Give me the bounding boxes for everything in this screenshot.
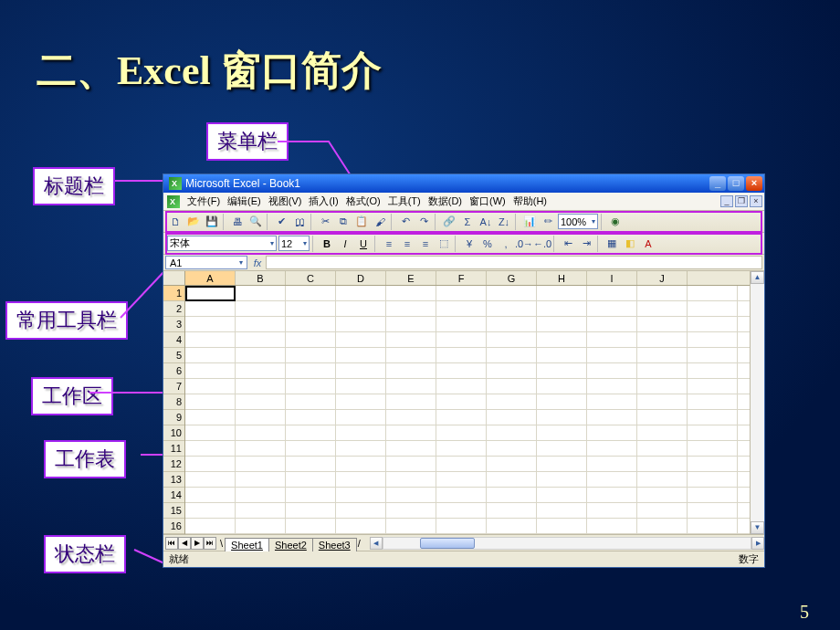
column-header[interactable]: H [537,271,587,285]
bold-button[interactable]: B [319,236,335,252]
column-header[interactable]: G [487,271,537,285]
menu-view[interactable]: 视图(V) [265,193,306,210]
vertical-scrollbar[interactable]: ▲ ▼ [750,271,764,534]
row-header[interactable]: 2 [163,301,184,317]
select-all-corner[interactable] [163,271,185,286]
scroll-right-button[interactable]: ▶ [751,537,764,550]
menu-data[interactable]: 数据(D) [425,193,466,210]
new-icon[interactable]: 🗋 [167,214,184,230]
doc-minimize-button[interactable]: _ [720,195,733,207]
hscroll-track[interactable] [383,537,751,550]
borders-icon[interactable]: ▦ [604,236,620,252]
font-color-icon[interactable]: A [640,236,656,252]
undo-icon[interactable]: ↶ [397,214,414,230]
zoom-combo[interactable]: 100%▾ [558,214,598,229]
maximize-button[interactable]: □ [728,176,744,191]
copy-icon[interactable]: ⧉ [335,214,352,230]
comma-icon[interactable]: , [498,236,514,252]
open-icon[interactable]: 📂 [185,214,202,230]
fill-color-icon[interactable]: ◧ [622,236,638,252]
column-header[interactable]: B [236,271,286,285]
font-combo[interactable]: 宋体▾ [167,236,277,251]
fx-icon[interactable]: fx [249,255,266,270]
row-header[interactable]: 4 [163,332,184,348]
menu-format[interactable]: 格式(O) [342,193,384,210]
column-header[interactable]: A [185,271,236,285]
hyperlink-icon[interactable]: 🔗 [441,214,457,230]
row-header[interactable]: 12 [163,457,184,472]
menu-insert[interactable]: 插入(I) [305,193,341,210]
row-header[interactable]: 16 [163,519,184,534]
active-cell[interactable] [185,286,236,301]
app-icon[interactable] [167,195,180,208]
help-icon[interactable]: ◉ [607,214,624,230]
menu-help[interactable]: 帮助(H) [509,193,551,210]
percent-icon[interactable]: % [479,236,496,252]
name-box[interactable]: A1▾ [165,256,247,269]
autosum-icon[interactable]: Σ [459,214,476,230]
row-header[interactable]: 3 [163,317,184,332]
chart-icon[interactable]: 📊 [521,214,538,230]
italic-button[interactable]: I [337,236,353,252]
formula-bar[interactable] [266,256,762,269]
minimize-button[interactable]: _ [709,176,726,191]
close-button[interactable]: × [746,176,762,191]
hscroll-thumb[interactable] [420,538,475,549]
row-header[interactable]: 7 [163,379,184,394]
tab-nav-last[interactable]: ⏭ [204,537,216,550]
row-header[interactable]: 11 [163,441,184,457]
sort-desc-icon[interactable]: Z↓ [496,214,512,230]
column-header[interactable]: E [386,271,436,285]
align-right-icon[interactable]: ≡ [417,236,434,252]
spellcheck-icon[interactable]: ✔ [273,214,289,230]
align-center-icon[interactable]: ≡ [399,236,415,252]
row-header[interactable]: 9 [163,410,184,425]
menu-tools[interactable]: 工具(T) [384,193,425,210]
dec-indent-icon[interactable]: ⇤ [560,236,576,252]
print-preview-icon[interactable]: 🔍 [247,214,264,230]
inc-indent-icon[interactable]: ⇥ [578,236,594,252]
column-header[interactable]: I [587,271,637,285]
align-left-icon[interactable]: ≡ [381,236,397,252]
dec-decimal-icon[interactable]: ←.0 [534,236,551,252]
cut-icon[interactable]: ✂ [317,214,333,230]
row-header[interactable]: 10 [163,425,184,441]
horizontal-scrollbar[interactable]: ◀ ▶ [370,537,764,550]
row-header[interactable]: 13 [163,472,184,488]
currency-icon[interactable]: ¥ [461,236,478,252]
column-header[interactable]: F [436,271,487,285]
scroll-down-button[interactable]: ▼ [751,521,764,534]
print-icon[interactable]: 🖶 [229,214,246,230]
font-size-combo[interactable]: 12▾ [278,236,310,251]
scroll-track[interactable] [751,284,764,521]
redo-icon[interactable]: ↷ [415,214,432,230]
sheet-tab[interactable]: Sheet2 [268,538,313,551]
merge-center-icon[interactable]: ⬚ [436,236,452,252]
scroll-left-button[interactable]: ◀ [370,537,383,550]
research-icon[interactable]: 🕮 [291,214,308,230]
sort-asc-icon[interactable]: A↓ [478,214,494,230]
underline-button[interactable]: U [355,236,372,252]
column-header[interactable]: J [637,271,688,285]
doc-restore-button[interactable]: ❐ [735,195,748,207]
row-header[interactable]: 1 [163,286,184,301]
doc-close-button[interactable]: × [750,195,762,207]
drawing-icon[interactable]: ✏ [540,214,556,230]
row-header[interactable]: 8 [163,394,184,410]
paste-icon[interactable]: 📋 [353,214,370,230]
row-header[interactable]: 6 [163,363,184,379]
menu-edit[interactable]: 编辑(E) [224,193,265,210]
row-header[interactable]: 14 [163,488,184,503]
menu-file[interactable]: 文件(F) [184,193,224,210]
row-header[interactable]: 15 [163,503,184,519]
sheet-tab[interactable]: Sheet3 [312,538,357,551]
column-header[interactable]: D [336,271,386,285]
grid[interactable]: A B C D E F G H I J [185,271,750,534]
inc-decimal-icon[interactable]: .0→ [516,236,532,252]
tab-nav-next[interactable]: ▶ [191,537,204,550]
save-icon[interactable]: 💾 [204,214,220,230]
tab-nav-prev[interactable]: ◀ [178,537,191,550]
row-header[interactable]: 5 [163,348,184,363]
menu-window[interactable]: 窗口(W) [466,193,509,210]
column-header[interactable]: C [286,271,336,285]
